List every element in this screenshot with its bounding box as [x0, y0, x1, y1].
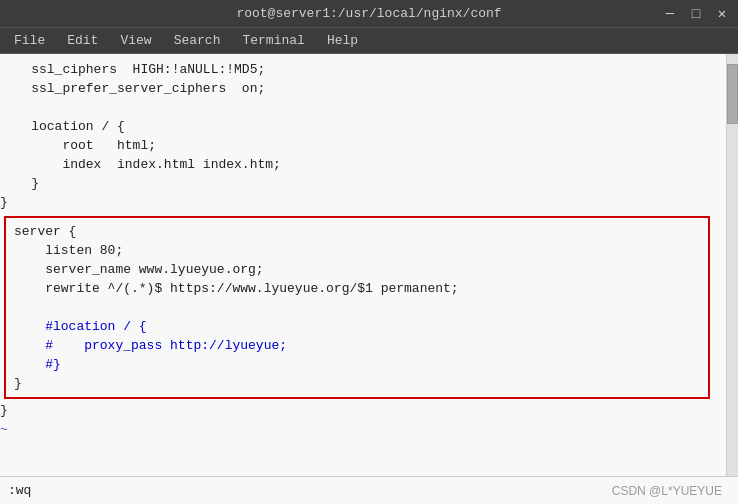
minimize-button[interactable]: ─	[662, 6, 678, 22]
top-code: ssl_ciphers HIGH:!aNULL:!MD5; ssl_prefer…	[0, 60, 724, 212]
menu-help[interactable]: Help	[317, 31, 368, 50]
menu-terminal[interactable]: Terminal	[232, 31, 314, 50]
highlighted-server-block: server { listen 80; server_name www.lyue…	[4, 216, 710, 399]
editor-area: ssl_ciphers HIGH:!aNULL:!MD5; ssl_prefer…	[0, 54, 738, 476]
tilde-area: ~	[0, 420, 724, 439]
title-bar: root@server1:/usr/local/nginx/conf ─ □ ✕	[0, 0, 738, 28]
highlighted-code: server { listen 80; server_name www.lyue…	[14, 222, 700, 393]
menu-view[interactable]: View	[110, 31, 161, 50]
scrollbar[interactable]	[726, 54, 738, 476]
close-button[interactable]: ✕	[714, 5, 730, 22]
menu-file[interactable]: File	[4, 31, 55, 50]
code-content: ssl_ciphers HIGH:!aNULL:!MD5; ssl_prefer…	[0, 54, 738, 439]
status-bar: :wq CSDN @L*YUEYUE	[0, 476, 738, 504]
window-title: root@server1:/usr/local/nginx/conf	[236, 6, 501, 21]
bottom-brace: }	[0, 401, 724, 420]
maximize-button[interactable]: □	[688, 6, 704, 22]
scrollbar-thumb[interactable]	[727, 64, 738, 124]
menu-search[interactable]: Search	[164, 31, 231, 50]
menu-bar: File Edit View Search Terminal Help	[0, 28, 738, 54]
vim-command: :wq	[8, 483, 31, 498]
menu-edit[interactable]: Edit	[57, 31, 108, 50]
window-controls: ─ □ ✕	[662, 5, 730, 22]
tilde-char: ~	[0, 422, 8, 437]
watermark: CSDN @L*YUEYUE	[612, 484, 722, 498]
